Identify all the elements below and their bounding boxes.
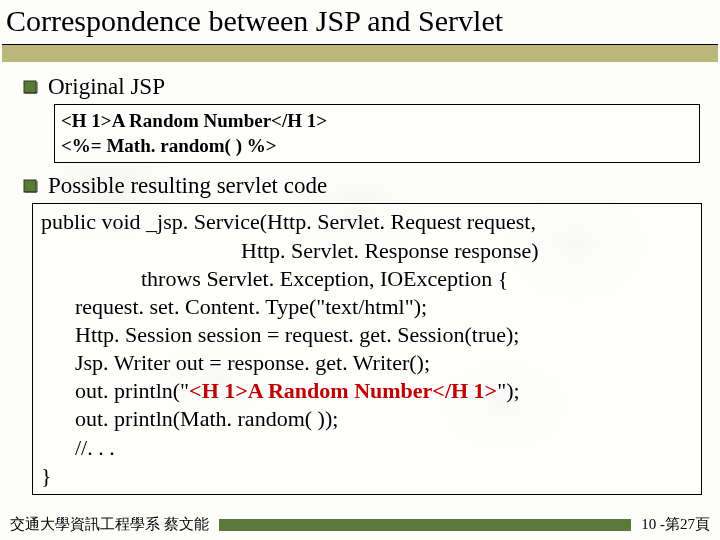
footer: 交通大學資訊工程學系 蔡文能 10 -第27頁 [0, 515, 720, 534]
code-line: request. set. Content. Type("text/html")… [41, 293, 693, 321]
bullet-label: Original JSP [48, 74, 165, 100]
footer-author: 交通大學資訊工程學系 蔡文能 [10, 515, 209, 534]
code-line: out. println("<H 1>A Random Number</H 1>… [41, 377, 693, 405]
footer-bar [219, 519, 632, 531]
footer-page-number: 10 -第27頁 [641, 515, 710, 534]
svg-rect-0 [24, 81, 36, 93]
code-line: //. . . [41, 434, 693, 462]
code-line: } [41, 462, 693, 490]
code-line: <%= Math. random( ) %> [61, 134, 693, 159]
code-line: out. println(Math. random( )); [41, 405, 693, 433]
bullet-original-jsp: Original JSP [0, 72, 720, 102]
servlet-code-block: public void _jsp. Service(Http. Servlet.… [32, 203, 702, 495]
code-line: throws Servlet. Exception, IOException { [41, 265, 693, 293]
jsp-code-block: <H 1>A Random Number</H 1> <%= Math. ran… [54, 104, 700, 163]
code-line: Http. Servlet. Response response) [41, 237, 693, 265]
svg-rect-4 [24, 180, 36, 192]
bullet-servlet-code: Possible resulting servlet code [0, 171, 720, 201]
code-line: Http. Session session = request. get. Se… [41, 321, 693, 349]
title-underline [2, 44, 718, 62]
highlighted-code: <H 1>A Random Number</H 1> [189, 378, 497, 403]
bullet-icon [22, 79, 38, 95]
bullet-icon [22, 178, 38, 194]
code-line: <H 1>A Random Number</H 1> [61, 109, 693, 134]
code-line: public void _jsp. Service(Http. Servlet.… [41, 208, 693, 236]
bullet-label: Possible resulting servlet code [48, 173, 327, 199]
code-line: Jsp. Writer out = response. get. Writer(… [41, 349, 693, 377]
slide-title: Correspondence between JSP and Servlet [0, 0, 720, 44]
